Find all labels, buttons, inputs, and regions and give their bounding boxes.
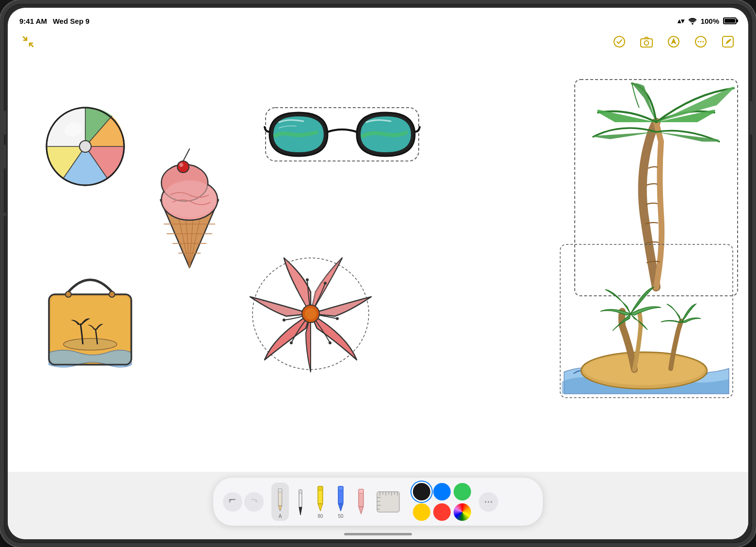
camera-button[interactable] <box>638 33 655 50</box>
svg-rect-63 <box>299 490 302 493</box>
status-right: ▴▾ 100% <box>677 17 737 25</box>
volume-up-button[interactable] <box>4 111 6 135</box>
svg-point-57 <box>583 354 705 385</box>
battery-indicator <box>723 17 737 24</box>
ruler-tool[interactable] <box>373 486 403 518</box>
marker-opacity: 50 <box>338 514 343 519</box>
highlighter-opacity: 80 <box>317 514 323 519</box>
volume-down-button[interactable] <box>4 145 6 169</box>
time-display: 9:41 AM <box>19 17 47 25</box>
svg-point-21 <box>79 141 91 152</box>
svg-point-9 <box>698 41 699 43</box>
svg-point-3 <box>614 36 625 47</box>
svg-marker-59 <box>278 506 282 511</box>
svg-rect-73 <box>377 492 399 512</box>
svg-point-52 <box>283 319 285 322</box>
date-display: Wed Sep 9 <box>53 17 90 25</box>
svg-point-5 <box>645 41 649 45</box>
ipad-frame: 9:41 AM Wed Sep 9 ▴▾ 100% <box>0 0 756 547</box>
undo-redo-group <box>223 492 264 512</box>
svg-marker-62 <box>299 507 302 515</box>
svg-rect-72 <box>359 489 363 493</box>
black-color-swatch[interactable] <box>413 483 430 500</box>
hibiscus-drawing <box>245 248 376 379</box>
svg-point-37 <box>179 163 183 167</box>
font-tool[interactable]: A <box>271 483 289 521</box>
drawing-canvas[interactable] <box>8 54 748 472</box>
power-button[interactable] <box>750 101 752 135</box>
rainbow-color-swatch[interactable] <box>454 503 471 521</box>
collapse-button[interactable] <box>19 33 37 50</box>
svg-point-49 <box>306 278 309 281</box>
svg-point-53 <box>290 341 293 344</box>
svg-point-86 <box>488 501 489 502</box>
app-toolbar <box>8 31 748 54</box>
connector <box>4 212 6 216</box>
svg-marker-68 <box>338 504 343 511</box>
battery-percent: 100% <box>701 17 719 25</box>
tropical-island-drawing <box>559 243 734 399</box>
blue-color-swatch[interactable] <box>433 483 451 500</box>
bottom-toolbar-container: A 80 <box>8 472 748 539</box>
svg-marker-7 <box>671 38 677 45</box>
svg-point-51 <box>336 317 339 320</box>
svg-point-0 <box>692 23 693 25</box>
svg-point-87 <box>491 501 492 502</box>
svg-rect-4 <box>641 39 652 47</box>
svg-point-44 <box>65 291 71 297</box>
marker-tool[interactable]: 50 <box>332 483 349 521</box>
drawing-tools-bar: A 80 <box>213 478 543 526</box>
status-left: 9:41 AM Wed Sep 9 <box>19 17 90 25</box>
svg-rect-66 <box>318 486 323 490</box>
svg-point-50 <box>324 282 327 285</box>
more-options-button[interactable] <box>479 492 498 512</box>
beach-bag-drawing <box>39 263 141 374</box>
svg-point-36 <box>177 161 189 173</box>
status-bar: 9:41 AM Wed Sep 9 ▴▾ 100% <box>8 8 748 31</box>
more-button[interactable] <box>692 33 709 50</box>
svg-point-35 <box>163 180 216 217</box>
sunglasses-drawing <box>265 103 420 166</box>
beach-ball-drawing <box>37 93 134 190</box>
svg-point-11 <box>703 41 704 43</box>
svg-point-48 <box>305 308 316 320</box>
svg-point-85 <box>485 501 487 502</box>
wifi-signal-icon <box>688 17 697 24</box>
screen: 9:41 AM Wed Sep 9 ▴▾ 100% <box>8 8 748 539</box>
wifi-icon: ▴▾ <box>677 17 684 25</box>
ice-cream-drawing <box>148 142 231 273</box>
red-color-swatch[interactable] <box>433 503 451 521</box>
highlighter-tool[interactable]: 80 <box>312 483 329 521</box>
yellow-color-swatch[interactable] <box>413 503 430 521</box>
pen-tool[interactable] <box>293 486 308 518</box>
redo-button[interactable] <box>244 492 264 512</box>
svg-marker-71 <box>359 507 363 514</box>
font-tool-label: A <box>279 514 282 519</box>
svg-point-54 <box>329 341 331 344</box>
done-button[interactable] <box>611 33 628 50</box>
svg-rect-60 <box>278 489 282 492</box>
color-palette <box>413 483 471 521</box>
svg-point-42 <box>63 338 117 350</box>
green-color-swatch[interactable] <box>454 483 471 500</box>
home-indicator <box>344 533 412 535</box>
location-button[interactable] <box>665 33 682 50</box>
undo-button[interactable] <box>223 492 242 512</box>
svg-point-10 <box>700 41 702 43</box>
svg-marker-65 <box>318 504 323 511</box>
edit-button[interactable] <box>719 33 737 50</box>
svg-point-45 <box>109 291 115 297</box>
crayon-tool[interactable] <box>353 485 369 518</box>
svg-rect-69 <box>338 486 343 490</box>
